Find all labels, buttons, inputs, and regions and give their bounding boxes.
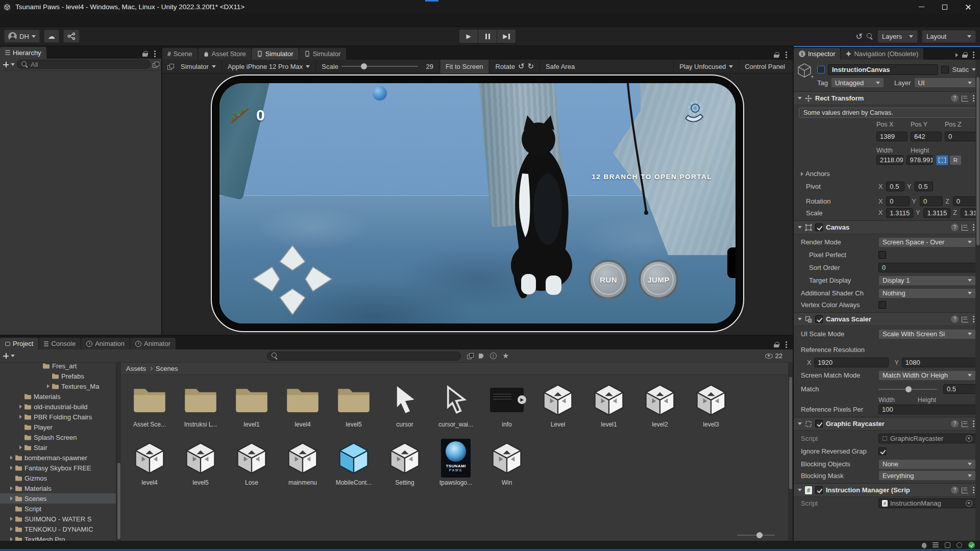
match-slider[interactable] [878, 389, 937, 390]
script-object-field[interactable]: GraphicRaycaster [878, 434, 976, 443]
kebab-menu-icon[interactable] [973, 423, 974, 424]
foldout-icon[interactable] [798, 422, 802, 425]
lock-icon[interactable] [774, 342, 779, 347]
console-log-icon[interactable] [933, 544, 939, 545]
tab-console[interactable]: Console [39, 338, 81, 349]
folder-tree-item[interactable]: Materials [0, 483, 116, 493]
width-field[interactable]: 2118.098 [876, 155, 903, 165]
tab-animator[interactable]: Animator [130, 338, 176, 349]
chevron-down-icon[interactable] [11, 355, 15, 357]
expand-arrow-icon[interactable] [10, 466, 13, 470]
maximize-button[interactable] [933, 0, 957, 14]
inspector-scrollbar[interactable] [975, 60, 980, 541]
blueprint-mode-button[interactable]: R [949, 155, 962, 165]
folder-tree-item[interactable]: Textures_Ma [0, 381, 116, 391]
foldout-icon[interactable] [798, 97, 802, 99]
layers-dropdown[interactable]: Layers [877, 30, 918, 43]
control-panel-button[interactable]: Control Panel [740, 60, 790, 73]
folder-tree-item[interactable]: Scenes [0, 493, 116, 504]
kebab-menu-icon[interactable] [786, 54, 787, 56]
foldout-icon[interactable] [798, 489, 802, 491]
height-field[interactable]: 978.9915 [906, 155, 934, 165]
pos-x-field[interactable]: 1389 [876, 132, 908, 141]
expand-arrow-icon[interactable] [47, 384, 50, 388]
project-search-input[interactable] [267, 352, 461, 361]
ui-scale-mode-dropdown[interactable]: Scale With Screen Si [878, 329, 976, 339]
device-dropdown[interactable]: Apple iPhone 12 Pro Max [223, 60, 314, 73]
presets-icon[interactable] [962, 487, 968, 493]
scale-y-field[interactable]: 1.3115 [923, 208, 950, 218]
menu-item[interactable] [36, 14, 47, 27]
asset-item[interactable]: ▶ TSUNAMIPAWS mainmenu [277, 438, 328, 496]
asset-item[interactable]: ▶ TSUNAMIPAWS level4 [277, 380, 328, 438]
asset-item[interactable]: ▶ TSUNAMIPAWS MobileCont... [328, 438, 379, 496]
component-enabled-checkbox[interactable] [815, 223, 823, 231]
expand-arrow-icon[interactable] [10, 537, 13, 541]
object-picker-icon[interactable] [966, 435, 972, 442]
hidden-count-toggle[interactable]: 22 [765, 352, 790, 360]
safe-area-button[interactable]: Safe Area [541, 60, 579, 73]
notification-bell-icon[interactable] [922, 543, 926, 547]
search-by-type-icon[interactable] [467, 353, 473, 359]
more-tabs-icon[interactable] [955, 53, 958, 57]
asset-item[interactable]: ▶ TSUNAMIPAWS level5 [328, 380, 379, 438]
menu-item[interactable] [58, 14, 69, 27]
component-enabled-checkbox[interactable] [815, 315, 823, 323]
kebab-menu-icon[interactable] [786, 344, 787, 345]
tab-hierarchy[interactable]: Hierarchy [0, 47, 46, 59]
static-checkbox[interactable] [941, 66, 949, 73]
pivot-x-field[interactable]: 0.5 [886, 182, 904, 191]
component-header[interactable]: # Instruction Manager (Scrip [794, 484, 980, 497]
rotation-z-field[interactable]: 0 [953, 196, 976, 206]
pause-button[interactable] [478, 30, 497, 43]
expand-arrow-icon[interactable] [19, 445, 22, 449]
tab-scene[interactable]: Scene [162, 48, 198, 60]
add-object-button[interactable] [3, 62, 9, 67]
asset-item[interactable]: ▶ TSUNAMIPAWS level2 [634, 380, 685, 438]
render-mode-dropdown[interactable]: Screen Space - Over [878, 237, 976, 247]
scrollbar-thumb[interactable] [976, 77, 979, 245]
layout-dropdown[interactable]: Layout [922, 30, 976, 43]
folder-tree-item[interactable]: Fres_art [0, 363, 116, 371]
kebab-menu-icon[interactable] [973, 97, 974, 99]
scale-slider[interactable] [341, 66, 418, 67]
hierarchy-search-input[interactable]: All [17, 60, 151, 69]
play-button[interactable]: ▶ [459, 30, 478, 43]
asset-item[interactable]: ▶ TSUNAMIPAWS level3 [685, 380, 737, 438]
scale-x-field[interactable]: 1.3115 [886, 208, 913, 218]
asset-item[interactable]: ▶ TSUNAMIPAWS Lose [226, 438, 277, 496]
tab-project[interactable]: Project [0, 338, 38, 349]
component-enabled-checkbox[interactable] [815, 420, 823, 428]
menu-item[interactable] [47, 14, 58, 27]
rotation-x-field[interactable]: 0 [886, 196, 909, 206]
folder-tree-item[interactable]: TextMesh Pro [0, 534, 116, 541]
asset-item[interactable]: ▶ TSUNAMIPAWS Level [532, 380, 583, 438]
save-search-icon[interactable] [153, 62, 158, 67]
account-button[interactable]: DH [4, 30, 40, 43]
minimize-button[interactable] [910, 0, 933, 14]
blocking-mask-dropdown[interactable]: Everything [878, 470, 976, 481]
add-asset-button[interactable] [3, 353, 9, 359]
folder-tree-item[interactable]: Fantasy Skybox FREE [0, 463, 116, 473]
object-picker-icon[interactable] [966, 500, 972, 507]
foldout-icon[interactable] [798, 318, 802, 320]
foldout-icon[interactable] [798, 226, 802, 229]
pos-z-field[interactable]: 0 [945, 132, 976, 141]
tree-scrollbar[interactable] [116, 363, 121, 541]
presets-icon[interactable] [962, 95, 968, 102]
asset-item[interactable]: ▶ TSUNAMIPAWS level4 [124, 438, 175, 496]
asset-item[interactable]: ▶ TSUNAMIPAWS info [481, 380, 532, 438]
simulator-mode-dropdown[interactable]: Simulator [176, 60, 220, 73]
reference-y-field[interactable]: 1080 [902, 358, 976, 367]
tab-simulator[interactable]: Simulator [252, 48, 299, 60]
menu-item[interactable] [81, 14, 92, 27]
component-header[interactable]: Canvas [794, 221, 980, 234]
folder-tree-item[interactable]: Splash Screen [0, 432, 116, 442]
component-header[interactable]: Rect Transform [794, 92, 980, 105]
breadcrumb-assets[interactable]: Assets [126, 365, 146, 372]
thumbnail-zoom-slider[interactable] [737, 535, 775, 536]
component-enabled-checkbox[interactable] [815, 486, 823, 494]
log-icon[interactable] [490, 353, 497, 359]
folder-tree-item[interactable]: old-industrial-build [0, 402, 116, 412]
expand-arrow-icon[interactable] [10, 517, 13, 521]
